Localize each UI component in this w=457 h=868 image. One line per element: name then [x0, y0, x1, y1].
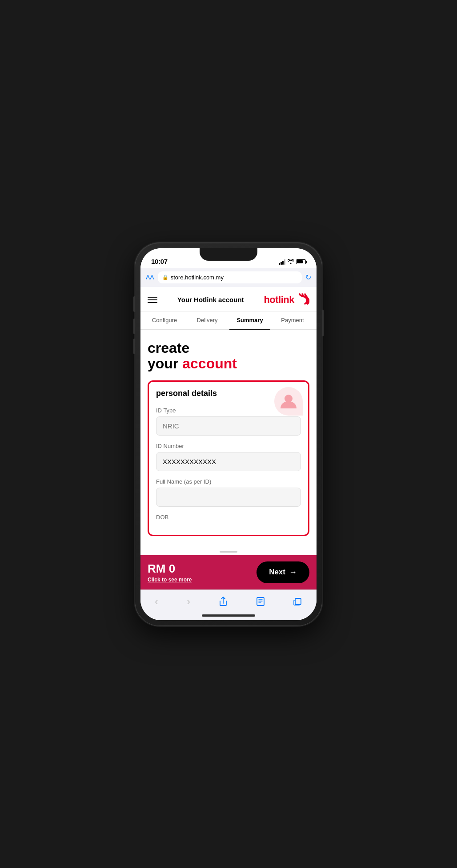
hotlink-logo: hotlink: [264, 293, 309, 307]
phone-notch: [200, 248, 257, 261]
next-button[interactable]: Next →: [257, 561, 309, 583]
tabs-button[interactable]: [289, 595, 307, 608]
id-type-input[interactable]: [156, 416, 301, 436]
browser-bar: AA 🔒 store.hotlink.com.my ↻: [140, 268, 317, 287]
price-sub-label: Click to see more: [148, 577, 192, 583]
svg-rect-1: [257, 598, 264, 606]
tab-delivery[interactable]: Delivery: [187, 311, 228, 329]
heading-your: your: [148, 355, 182, 371]
url-bar[interactable]: 🔒 store.hotlink.com.my: [158, 271, 302, 283]
next-label: Next: [269, 568, 285, 577]
svg-rect-2: [295, 598, 301, 605]
browser-aa-button[interactable]: AA: [146, 274, 154, 281]
full-name-input[interactable]: [156, 488, 301, 507]
dob-label: DOB: [156, 514, 301, 521]
tab-configure[interactable]: Configure: [144, 311, 185, 329]
full-name-group: Full Name (as per ID): [156, 478, 301, 507]
price-amount: RM 0: [148, 562, 192, 576]
site-title: Your Hotlink account: [177, 296, 244, 303]
id-number-group: ID Number: [156, 443, 301, 471]
refresh-button[interactable]: ↻: [305, 273, 311, 282]
lock-icon: 🔒: [162, 275, 168, 280]
tab-payment[interactable]: Payment: [272, 311, 313, 329]
phone-frame: 10:07 AA 🔒: [135, 243, 322, 626]
heading-create: create: [148, 340, 189, 356]
user-icon: [280, 392, 297, 410]
signal-icon: [279, 259, 285, 265]
tab-summary[interactable]: Summary: [229, 311, 270, 329]
share-button[interactable]: [214, 595, 232, 608]
home-indicator: [140, 611, 317, 620]
hamburger-menu[interactable]: [148, 297, 157, 303]
heading-account: account: [182, 355, 237, 371]
id-number-input[interactable]: [156, 452, 301, 471]
next-arrow-icon: →: [289, 568, 297, 577]
wifi-icon: [288, 259, 294, 265]
status-time: 10:07: [151, 258, 168, 265]
id-number-label: ID Number: [156, 443, 301, 449]
battery-icon: [296, 259, 306, 264]
price-section[interactable]: RM 0 Click to see more: [148, 562, 192, 583]
page-content: Your Hotlink account hotlink Configure: [140, 287, 317, 548]
safari-bottom-bar: ‹ ›: [140, 589, 317, 611]
bottom-bar: RM 0 Click to see more Next →: [140, 555, 317, 589]
main-area: create your account personal details: [140, 330, 317, 543]
user-icon-bg: [274, 387, 303, 416]
nav-tabs: Configure Delivery Summary Payment: [140, 311, 317, 330]
heading-line2: your account: [148, 356, 309, 371]
page-heading: create your account: [148, 340, 309, 371]
full-name-label: Full Name (as per ID): [156, 478, 301, 485]
form-card: personal details ID Type ID Number Full …: [148, 380, 309, 536]
hotlink-swoosh-icon: [296, 293, 309, 307]
dob-group: DOB: [156, 514, 301, 521]
url-text: store.hotlink.com.my: [171, 274, 224, 281]
phone-screen: 10:07 AA 🔒: [140, 248, 317, 620]
hotlink-logo-text: hotlink: [264, 294, 294, 306]
drag-handle: [140, 548, 317, 555]
site-header: Your Hotlink account hotlink: [140, 287, 317, 311]
back-button[interactable]: ‹: [150, 593, 163, 610]
bookmarks-button[interactable]: [252, 595, 269, 608]
forward-button[interactable]: ›: [182, 593, 195, 610]
status-icons: [279, 259, 306, 265]
